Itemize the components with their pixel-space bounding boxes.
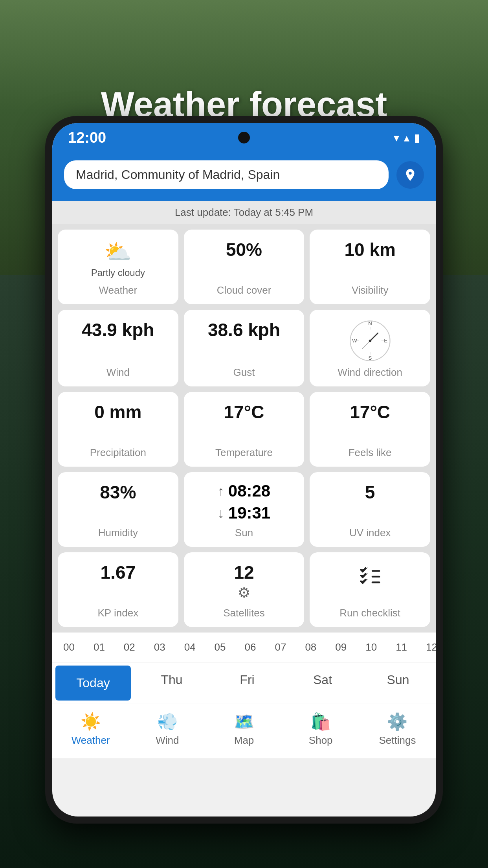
wind-label: Wind	[106, 366, 130, 379]
nav-shop[interactable]: 🛍️ Shop	[283, 712, 359, 747]
gust-label: Gust	[233, 366, 255, 379]
shop-nav-icon: 🛍️	[310, 712, 331, 731]
search-input[interactable]	[64, 160, 389, 189]
wifi-icon: ▾	[394, 131, 399, 144]
run-checklist-card[interactable]: Run checklist	[310, 552, 430, 627]
hour-01[interactable]: 01	[88, 638, 110, 657]
weather-nav-label: Weather	[72, 734, 110, 747]
wind-direction-card[interactable]: N E S W Wind direct	[310, 310, 430, 386]
wind-card[interactable]: 43.9 kph Wind	[58, 310, 178, 386]
hourly-bar[interactable]: 00 01 02 03 04 05 06 07 08 09 10 11 12 1…	[52, 633, 436, 662]
battery-icon: ▮	[414, 131, 420, 144]
feels-like-card[interactable]: 17°C Feels like	[310, 392, 430, 467]
nav-settings[interactable]: ⚙️ Settings	[359, 712, 436, 747]
location-icon	[403, 168, 417, 182]
hour-11[interactable]: 11	[390, 638, 413, 657]
sun-times: ↑ 08:28 ↓ 19:31	[218, 482, 270, 522]
precipitation-card[interactable]: 0 mm Precipitation	[58, 392, 178, 467]
phone-frame: 12:00 ▾ ▴ ▮ Last update: Today at 5:45 P…	[45, 116, 443, 824]
weather-grid: ⛅ Partly cloudy Weather 50% Cloud cover …	[52, 224, 436, 633]
gust-value: 38.6 kph	[208, 319, 280, 340]
last-update: Last update: Today at 5:45 PM	[52, 201, 436, 224]
feels-like-label: Feels like	[349, 447, 392, 459]
precipitation-value: 0 mm	[94, 401, 141, 423]
visibility-card[interactable]: 10 km Visibility	[310, 230, 430, 304]
kp-index-card[interactable]: 1.67 KP index	[58, 552, 178, 627]
settings-nav-label: Settings	[379, 734, 416, 747]
humidity-card[interactable]: 83% Humidity	[58, 472, 178, 547]
day-tabs: Today Thu Fri Sat Sun	[52, 662, 436, 704]
nav-weather[interactable]: ☀️ Weather	[52, 712, 129, 747]
phone-screen: 12:00 ▾ ▴ ▮ Last update: Today at 5:45 P…	[52, 123, 436, 817]
temperature-value: 17°C	[224, 401, 264, 423]
run-checklist-label: Run checklist	[339, 607, 400, 619]
partly-cloudy-icon: ⛅	[104, 239, 132, 265]
status-time: 12:00	[68, 129, 106, 146]
tab-sun[interactable]: Sun	[360, 662, 436, 704]
hour-09[interactable]: 09	[330, 638, 352, 657]
settings-nav-icon: ⚙️	[387, 712, 407, 731]
partly-cloudy-container: ⛅ Partly cloudy	[91, 239, 145, 278]
wind-nav-icon: 💨	[157, 712, 178, 731]
sun-card[interactable]: ↑ 08:28 ↓ 19:31 Sun	[184, 472, 305, 547]
gear-icon: ⚙	[238, 585, 250, 601]
nav-wind[interactable]: 💨 Wind	[129, 712, 205, 747]
humidity-label: Humidity	[98, 527, 138, 539]
weather-label: Weather	[99, 284, 137, 296]
signal-icon: ▴	[404, 131, 409, 144]
satellites-card[interactable]: 12 ⚙ Satellites	[184, 552, 305, 627]
svg-line-10	[362, 341, 370, 349]
wind-value: 43.9 kph	[82, 319, 154, 340]
weather-card[interactable]: ⛅ Partly cloudy Weather	[58, 230, 178, 304]
sunset-row: ↓ 19:31	[218, 504, 270, 522]
hour-05[interactable]: 05	[209, 638, 231, 657]
partly-cloudy-text: Partly cloudy	[91, 267, 145, 278]
svg-text:N: N	[368, 320, 372, 326]
satellites-value: 12	[234, 562, 254, 583]
sunset-time: 19:31	[228, 504, 270, 522]
camera-notch	[238, 132, 250, 143]
humidity-value: 83%	[100, 482, 136, 503]
status-bar: 12:00 ▾ ▴ ▮	[52, 123, 436, 153]
wind-nav-label: Wind	[156, 734, 179, 747]
bottom-nav: ☀️ Weather 💨 Wind 🗺️ Map 🛍️ Shop ⚙️ Sett…	[52, 704, 436, 758]
svg-text:S: S	[368, 355, 372, 361]
temperature-card[interactable]: 17°C Temperature	[184, 392, 305, 467]
svg-text:E: E	[384, 338, 387, 344]
hour-10[interactable]: 10	[360, 638, 382, 657]
tab-fri[interactable]: Fri	[209, 662, 285, 704]
visibility-value: 10 km	[344, 239, 395, 260]
status-icons: ▾ ▴ ▮	[394, 131, 420, 144]
hour-08[interactable]: 08	[299, 638, 322, 657]
feels-like-value: 17°C	[350, 401, 390, 423]
tab-thu[interactable]: Thu	[134, 662, 209, 704]
hour-12[interactable]: 12	[420, 638, 436, 657]
compass-svg: N E S W	[349, 319, 392, 362]
satellite-content: 12 ⚙	[234, 562, 254, 601]
location-button[interactable]	[396, 161, 424, 189]
hour-04[interactable]: 04	[179, 638, 201, 657]
cloud-cover-card[interactable]: 50% Cloud cover	[184, 230, 305, 304]
sunrise-row: ↑ 08:28	[218, 482, 270, 500]
sun-label: Sun	[235, 527, 253, 539]
weather-nav-icon: ☀️	[81, 712, 101, 731]
uv-index-value: 5	[365, 482, 375, 503]
hour-02[interactable]: 02	[118, 638, 141, 657]
hour-00[interactable]: 00	[58, 638, 80, 657]
hour-03[interactable]: 03	[149, 638, 171, 657]
tab-today[interactable]: Today	[55, 666, 131, 701]
uv-index-label: UV index	[349, 527, 391, 539]
cloud-cover-label: Cloud cover	[217, 284, 272, 296]
gust-card[interactable]: 38.6 kph Gust	[184, 310, 305, 386]
tab-sat[interactable]: Sat	[285, 662, 360, 704]
uv-index-card[interactable]: 5 UV index	[310, 472, 430, 547]
map-nav-label: Map	[234, 734, 254, 747]
hour-07[interactable]: 07	[269, 638, 292, 657]
nav-map[interactable]: 🗺️ Map	[205, 712, 282, 747]
hour-06[interactable]: 06	[239, 638, 262, 657]
compass: N E S W	[349, 319, 392, 362]
cloud-cover-value: 50%	[226, 239, 262, 260]
app-header	[52, 153, 436, 201]
sunset-arrow: ↓	[218, 506, 224, 521]
checklist-icon	[356, 562, 384, 593]
